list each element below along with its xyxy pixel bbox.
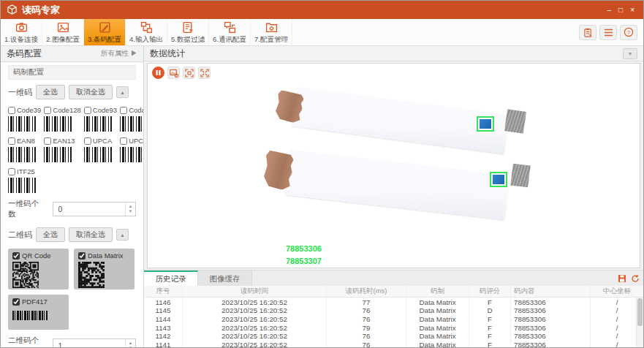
code-type-section-title: 码制配置 xyxy=(8,65,136,80)
maximize-button[interactable]: □ xyxy=(618,7,623,14)
two-d-select-all-button[interactable]: 全选 xyxy=(36,227,65,242)
table-scrollbar[interactable] xyxy=(636,298,643,348)
tab-image-cache[interactable]: 图像缓存 xyxy=(198,271,252,286)
barcode-type-label: QR Code xyxy=(22,251,51,260)
question-icon: ? xyxy=(624,27,634,37)
window-controls: – □ × xyxy=(607,7,637,14)
spin-down-icon[interactable]: ▼ xyxy=(129,209,133,214)
table-row[interactable]: 11422023/10/25 16:20:5276Data MatrixF788… xyxy=(144,332,643,341)
checkbox-upce[interactable] xyxy=(120,137,127,145)
table-cell: 1144 xyxy=(144,315,183,324)
input-output-icon xyxy=(140,21,153,34)
two-d-deselect-all-button[interactable]: 取消全选 xyxy=(69,227,113,242)
history-table-header: 序号读码时间读码耗时(ms)码制码评分码内容中心坐标 xyxy=(144,286,643,298)
left-panel-title: 条码配置 xyxy=(7,48,42,60)
fit-view-icon xyxy=(185,69,194,77)
barcode-type-label: ITF25 xyxy=(17,167,35,175)
one-d-type-grid: Code39Code128Code93CodaBarEAN8EAN13UPCAU… xyxy=(8,106,136,193)
fullscreen-icon xyxy=(200,69,209,77)
spin-up-icon[interactable]: ▲ xyxy=(129,341,133,346)
one-d-select-all-button[interactable]: 全选 xyxy=(36,85,65,99)
barcode-type-label: Code39 xyxy=(17,106,41,114)
image-settings-button[interactable] xyxy=(167,67,180,79)
table-cell: 2023/10/25 16:20:52 xyxy=(183,298,327,306)
tab-label: 3.条码配置 xyxy=(88,35,121,45)
toolbar-tab-7[interactable]: 7.配置管理 xyxy=(251,19,292,45)
one-d-collapse-button[interactable]: ▲ xyxy=(116,86,129,98)
table-row[interactable]: 11442023/10/25 16:20:5276Data MatrixF788… xyxy=(144,315,643,324)
table-cell: Data Matrix xyxy=(406,315,469,324)
checkbox-ean8[interactable] xyxy=(8,137,15,145)
barcode-type-upce: UPCE xyxy=(120,137,143,162)
main-toolbar: 1.设备连接2.图像配置3.条码配置4.输入输出5.数据过滤6.通讯配置7.配置… xyxy=(1,19,643,46)
toolbar-tab-4[interactable]: 4.输入输出 xyxy=(126,19,167,45)
barcode-type-codabar: CodaBar xyxy=(120,106,143,132)
report-button[interactable] xyxy=(579,25,596,40)
barcode-type-label: Code93 xyxy=(93,106,117,114)
tab-history[interactable]: 历史记录 xyxy=(144,271,198,286)
checkbox-data-matrix[interactable] xyxy=(78,252,86,260)
barcode-type-label: EAN13 xyxy=(53,137,75,145)
two-d-type-cards: QR CodeData MatrixPDF417 xyxy=(8,249,136,330)
gray-tab-1 xyxy=(504,110,526,134)
checkbox-ean13[interactable] xyxy=(44,137,51,145)
toolbar-tab-1[interactable]: 1.设备连接 xyxy=(1,19,42,45)
clipboard-icon xyxy=(583,28,593,37)
fullscreen-button[interactable] xyxy=(198,67,211,79)
clear-button[interactable] xyxy=(629,273,640,284)
checkbox-code93[interactable] xyxy=(84,107,91,114)
column-header: 码制 xyxy=(406,286,469,297)
toolbar-tab-2[interactable]: 2.图像配置 xyxy=(42,19,84,45)
left-panel-body: 码制配置 一维码 全选 取消全选 ▲ Code39Code128Code93Co… xyxy=(1,62,143,348)
barcode-sample-image xyxy=(78,262,105,288)
history-table: 序号读码时间读码耗时(ms)码制码评分码内容中心坐标 11462023/10/2… xyxy=(144,286,643,348)
one-d-deselect-all-button[interactable]: 取消全选 xyxy=(69,85,113,99)
close-button[interactable]: × xyxy=(630,7,634,14)
toolbar-tab-5[interactable]: 5.数据过滤 xyxy=(167,19,209,45)
image-icon xyxy=(57,21,69,34)
checkbox-qr-code[interactable] xyxy=(12,252,20,260)
table-row[interactable]: 11412023/10/25 16:20:5276Data MatrixF788… xyxy=(144,340,643,348)
barcode-sample-image xyxy=(8,178,36,193)
two-d-collapse-button[interactable]: ▲ xyxy=(116,229,129,241)
minimize-button[interactable]: – xyxy=(607,7,612,14)
toolbar-tab-3[interactable]: 3.条码配置 xyxy=(84,19,126,45)
checkbox-code39[interactable] xyxy=(8,107,15,114)
table-cell: 79 xyxy=(327,323,406,332)
table-cell: F xyxy=(469,315,511,324)
table-row[interactable]: 11462023/10/25 16:20:5277Data MatrixF788… xyxy=(144,298,643,306)
pause-button[interactable] xyxy=(152,67,164,79)
table-cell: 2023/10/25 16:20:52 xyxy=(183,332,327,341)
list-icon xyxy=(604,29,613,37)
image-viewer[interactable]: 7885330678853307 xyxy=(147,63,640,268)
help-button[interactable]: ? xyxy=(620,25,637,40)
all-properties-link[interactable]: 所有属性 ▶ xyxy=(101,49,137,58)
data-statistics-panel: 数据统计 ▼ xyxy=(144,46,643,348)
toolbar-tab-6[interactable]: 6.通讯配置 xyxy=(209,19,251,45)
scrollbar-thumb[interactable] xyxy=(637,298,643,326)
checkbox-upca[interactable] xyxy=(84,137,91,145)
table-cell: 1143 xyxy=(144,323,183,332)
two-d-label: 二维码 xyxy=(8,230,32,241)
checkbox-itf25[interactable] xyxy=(8,168,15,175)
save-button[interactable] xyxy=(616,273,627,284)
panel-dropdown-button[interactable]: ▼ xyxy=(623,48,637,59)
fit-view-button[interactable] xyxy=(183,67,195,79)
column-header: 读码耗时(ms) xyxy=(327,286,406,297)
table-row[interactable]: 11432023/10/25 16:20:5279Data MatrixF788… xyxy=(144,323,643,332)
one-d-count-row: 一维码个数 0 ▲▼ xyxy=(8,199,136,219)
one-d-count-spinner[interactable]: 0 ▲▼ xyxy=(53,202,136,216)
checkbox-code128[interactable] xyxy=(44,107,51,114)
two-d-count-spinner[interactable]: 1 ▲▼ xyxy=(53,338,136,348)
table-cell: 78853306 xyxy=(511,298,591,306)
checkbox-pdf417[interactable] xyxy=(12,298,20,306)
barcode-sample-image xyxy=(12,262,39,288)
save-icon xyxy=(618,274,626,283)
spin-up-icon[interactable]: ▲ xyxy=(129,204,133,209)
table-cell: 78853306 xyxy=(511,306,591,315)
app-window: 读码专家 – □ × 1.设备连接2.图像配置3.条码配置4.输入输出5.数据过… xyxy=(0,0,644,348)
list-button[interactable] xyxy=(599,25,617,40)
comm-config-icon xyxy=(224,21,236,34)
table-row[interactable]: 11452023/10/25 16:20:5276Data MatrixD788… xyxy=(144,306,643,315)
checkbox-codabar[interactable] xyxy=(120,107,127,114)
